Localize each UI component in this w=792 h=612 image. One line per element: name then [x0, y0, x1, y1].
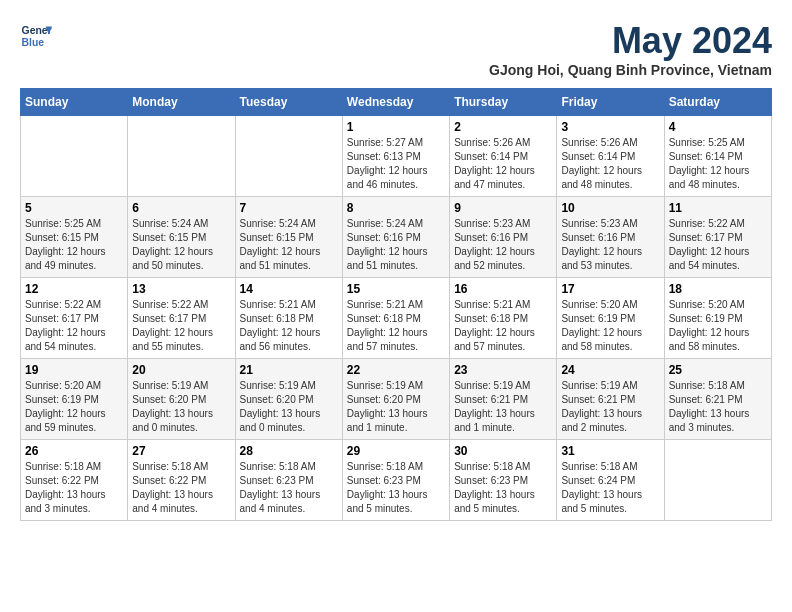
- day-number: 5: [25, 201, 123, 215]
- day-number: 17: [561, 282, 659, 296]
- day-number: 15: [347, 282, 445, 296]
- calendar-cell: [235, 116, 342, 197]
- calendar-cell: 29Sunrise: 5:18 AM Sunset: 6:23 PM Dayli…: [342, 440, 449, 521]
- day-number: 1: [347, 120, 445, 134]
- day-info: Sunrise: 5:26 AM Sunset: 6:14 PM Dayligh…: [561, 136, 659, 192]
- calendar-cell: 9Sunrise: 5:23 AM Sunset: 6:16 PM Daylig…: [450, 197, 557, 278]
- calendar-cell: 6Sunrise: 5:24 AM Sunset: 6:15 PM Daylig…: [128, 197, 235, 278]
- day-info: Sunrise: 5:21 AM Sunset: 6:18 PM Dayligh…: [240, 298, 338, 354]
- calendar-cell: 7Sunrise: 5:24 AM Sunset: 6:15 PM Daylig…: [235, 197, 342, 278]
- day-number: 16: [454, 282, 552, 296]
- weekday-header: Tuesday: [235, 89, 342, 116]
- day-number: 25: [669, 363, 767, 377]
- calendar-body: 1Sunrise: 5:27 AM Sunset: 6:13 PM Daylig…: [21, 116, 772, 521]
- calendar-cell: 25Sunrise: 5:18 AM Sunset: 6:21 PM Dayli…: [664, 359, 771, 440]
- day-info: Sunrise: 5:19 AM Sunset: 6:21 PM Dayligh…: [561, 379, 659, 435]
- weekday-header: Friday: [557, 89, 664, 116]
- calendar-cell: 15Sunrise: 5:21 AM Sunset: 6:18 PM Dayli…: [342, 278, 449, 359]
- day-number: 3: [561, 120, 659, 134]
- day-number: 19: [25, 363, 123, 377]
- day-number: 22: [347, 363, 445, 377]
- calendar-cell: 27Sunrise: 5:18 AM Sunset: 6:22 PM Dayli…: [128, 440, 235, 521]
- day-info: Sunrise: 5:24 AM Sunset: 6:15 PM Dayligh…: [132, 217, 230, 273]
- calendar-cell: 18Sunrise: 5:20 AM Sunset: 6:19 PM Dayli…: [664, 278, 771, 359]
- day-info: Sunrise: 5:19 AM Sunset: 6:20 PM Dayligh…: [240, 379, 338, 435]
- day-number: 28: [240, 444, 338, 458]
- weekday-row: SundayMondayTuesdayWednesdayThursdayFrid…: [21, 89, 772, 116]
- calendar-cell: 24Sunrise: 5:19 AM Sunset: 6:21 PM Dayli…: [557, 359, 664, 440]
- day-info: Sunrise: 5:18 AM Sunset: 6:24 PM Dayligh…: [561, 460, 659, 516]
- location: GJong Hoi, Quang Binh Province, Vietnam: [489, 62, 772, 78]
- day-number: 10: [561, 201, 659, 215]
- calendar-cell: 31Sunrise: 5:18 AM Sunset: 6:24 PM Dayli…: [557, 440, 664, 521]
- day-number: 29: [347, 444, 445, 458]
- day-info: Sunrise: 5:24 AM Sunset: 6:16 PM Dayligh…: [347, 217, 445, 273]
- svg-text:Blue: Blue: [22, 37, 45, 48]
- logo: General Blue: [20, 20, 52, 52]
- calendar-cell: [664, 440, 771, 521]
- day-info: Sunrise: 5:18 AM Sunset: 6:23 PM Dayligh…: [454, 460, 552, 516]
- month-year: May 2024: [489, 20, 772, 62]
- calendar-cell: 12Sunrise: 5:22 AM Sunset: 6:17 PM Dayli…: [21, 278, 128, 359]
- calendar-week-row: 12Sunrise: 5:22 AM Sunset: 6:17 PM Dayli…: [21, 278, 772, 359]
- calendar-cell: 2Sunrise: 5:26 AM Sunset: 6:14 PM Daylig…: [450, 116, 557, 197]
- calendar-cell: 19Sunrise: 5:20 AM Sunset: 6:19 PM Dayli…: [21, 359, 128, 440]
- day-info: Sunrise: 5:26 AM Sunset: 6:14 PM Dayligh…: [454, 136, 552, 192]
- calendar-cell: 30Sunrise: 5:18 AM Sunset: 6:23 PM Dayli…: [450, 440, 557, 521]
- day-number: 9: [454, 201, 552, 215]
- weekday-header: Saturday: [664, 89, 771, 116]
- day-number: 18: [669, 282, 767, 296]
- day-info: Sunrise: 5:23 AM Sunset: 6:16 PM Dayligh…: [454, 217, 552, 273]
- day-info: Sunrise: 5:21 AM Sunset: 6:18 PM Dayligh…: [347, 298, 445, 354]
- day-number: 4: [669, 120, 767, 134]
- day-info: Sunrise: 5:20 AM Sunset: 6:19 PM Dayligh…: [25, 379, 123, 435]
- day-number: 6: [132, 201, 230, 215]
- day-info: Sunrise: 5:18 AM Sunset: 6:22 PM Dayligh…: [132, 460, 230, 516]
- calendar-cell: 21Sunrise: 5:19 AM Sunset: 6:20 PM Dayli…: [235, 359, 342, 440]
- page-header: General Blue May 2024 GJong Hoi, Quang B…: [20, 20, 772, 78]
- day-info: Sunrise: 5:21 AM Sunset: 6:18 PM Dayligh…: [454, 298, 552, 354]
- day-number: 20: [132, 363, 230, 377]
- calendar-cell: 5Sunrise: 5:25 AM Sunset: 6:15 PM Daylig…: [21, 197, 128, 278]
- day-info: Sunrise: 5:24 AM Sunset: 6:15 PM Dayligh…: [240, 217, 338, 273]
- calendar-week-row: 5Sunrise: 5:25 AM Sunset: 6:15 PM Daylig…: [21, 197, 772, 278]
- calendar-cell: 16Sunrise: 5:21 AM Sunset: 6:18 PM Dayli…: [450, 278, 557, 359]
- day-info: Sunrise: 5:23 AM Sunset: 6:16 PM Dayligh…: [561, 217, 659, 273]
- day-info: Sunrise: 5:18 AM Sunset: 6:23 PM Dayligh…: [240, 460, 338, 516]
- weekday-header: Thursday: [450, 89, 557, 116]
- day-number: 26: [25, 444, 123, 458]
- day-info: Sunrise: 5:19 AM Sunset: 6:20 PM Dayligh…: [347, 379, 445, 435]
- day-number: 13: [132, 282, 230, 296]
- day-number: 14: [240, 282, 338, 296]
- calendar-cell: [21, 116, 128, 197]
- title-block: May 2024 GJong Hoi, Quang Binh Province,…: [489, 20, 772, 78]
- calendar-cell: 4Sunrise: 5:25 AM Sunset: 6:14 PM Daylig…: [664, 116, 771, 197]
- day-number: 12: [25, 282, 123, 296]
- calendar-cell: 13Sunrise: 5:22 AM Sunset: 6:17 PM Dayli…: [128, 278, 235, 359]
- day-number: 24: [561, 363, 659, 377]
- calendar-cell: 1Sunrise: 5:27 AM Sunset: 6:13 PM Daylig…: [342, 116, 449, 197]
- day-number: 27: [132, 444, 230, 458]
- day-info: Sunrise: 5:19 AM Sunset: 6:21 PM Dayligh…: [454, 379, 552, 435]
- calendar-cell: 26Sunrise: 5:18 AM Sunset: 6:22 PM Dayli…: [21, 440, 128, 521]
- calendar-cell: 10Sunrise: 5:23 AM Sunset: 6:16 PM Dayli…: [557, 197, 664, 278]
- day-info: Sunrise: 5:25 AM Sunset: 6:14 PM Dayligh…: [669, 136, 767, 192]
- day-info: Sunrise: 5:18 AM Sunset: 6:21 PM Dayligh…: [669, 379, 767, 435]
- calendar-cell: 11Sunrise: 5:22 AM Sunset: 6:17 PM Dayli…: [664, 197, 771, 278]
- calendar-week-row: 19Sunrise: 5:20 AM Sunset: 6:19 PM Dayli…: [21, 359, 772, 440]
- calendar-cell: 20Sunrise: 5:19 AM Sunset: 6:20 PM Dayli…: [128, 359, 235, 440]
- day-info: Sunrise: 5:18 AM Sunset: 6:22 PM Dayligh…: [25, 460, 123, 516]
- day-info: Sunrise: 5:22 AM Sunset: 6:17 PM Dayligh…: [132, 298, 230, 354]
- day-number: 2: [454, 120, 552, 134]
- day-info: Sunrise: 5:20 AM Sunset: 6:19 PM Dayligh…: [669, 298, 767, 354]
- day-info: Sunrise: 5:19 AM Sunset: 6:20 PM Dayligh…: [132, 379, 230, 435]
- day-number: 11: [669, 201, 767, 215]
- calendar-header: SundayMondayTuesdayWednesdayThursdayFrid…: [21, 89, 772, 116]
- calendar-week-row: 1Sunrise: 5:27 AM Sunset: 6:13 PM Daylig…: [21, 116, 772, 197]
- day-info: Sunrise: 5:18 AM Sunset: 6:23 PM Dayligh…: [347, 460, 445, 516]
- calendar-cell: 14Sunrise: 5:21 AM Sunset: 6:18 PM Dayli…: [235, 278, 342, 359]
- day-info: Sunrise: 5:27 AM Sunset: 6:13 PM Dayligh…: [347, 136, 445, 192]
- day-number: 21: [240, 363, 338, 377]
- calendar-cell: 28Sunrise: 5:18 AM Sunset: 6:23 PM Dayli…: [235, 440, 342, 521]
- logo-icon: General Blue: [20, 20, 52, 52]
